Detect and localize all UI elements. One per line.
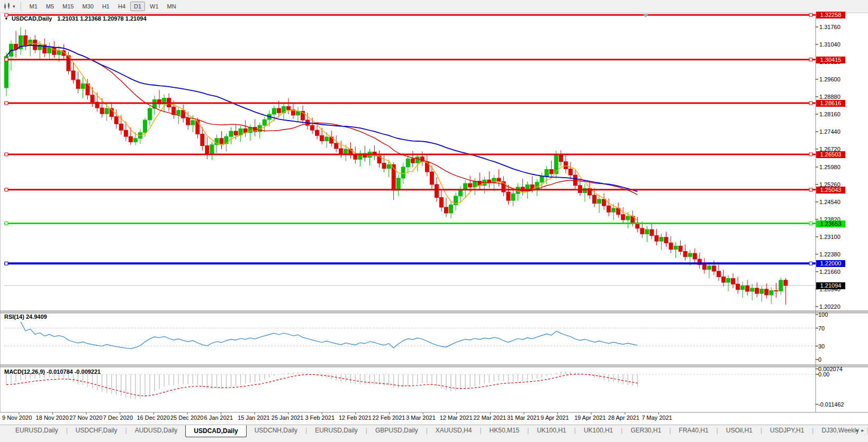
chart-tab-gbpusd-daily[interactable]: GBPUSD,Daily (367, 425, 426, 436)
macd-axis-label: 0.00 (818, 371, 829, 377)
macd-indicator-label: MACD(12,26,9) -0.010784 -0.009221 (4, 369, 101, 375)
macd-axis-label: -0.011462 (818, 401, 844, 408)
chart-tab-eurusd-daily[interactable]: EURUSD,Daily (307, 425, 366, 436)
chart-dropdown-icon[interactable]: ▼ (4, 16, 8, 21)
rsi-axis-label: 30 (818, 343, 825, 349)
chart-ohlc-values: 1.21031 1.21368 1.20978 1.21094 (57, 15, 146, 22)
chart-tab-eurusd-daily[interactable]: EURUSD,Daily (7, 425, 66, 436)
tab-scroll-arrows[interactable]: ◄► (854, 428, 867, 433)
price-tick-label: 1.24540 (819, 199, 840, 205)
price-badge-level: 1.23653 (816, 220, 845, 227)
rsi-axis-label: 70 (818, 325, 825, 332)
chart-tab-usdchf-daily[interactable]: USDCHF,Daily (68, 425, 125, 436)
price-badge-level: 1.28616 (816, 100, 845, 107)
chart-tab-hk50-m15[interactable]: HK50,M15 (482, 425, 528, 436)
rsi-axis-label: 0 (818, 356, 821, 363)
date-tick-label: 27 Nov 2020 (69, 415, 102, 421)
chart-tab-uk100-h1[interactable]: UK100,H1 (576, 425, 621, 436)
date-tick-label: 18 Nov 2020 (36, 415, 69, 421)
status-strip (0, 439, 868, 442)
date-tick-label: 22 Mar 2021 (473, 415, 506, 421)
chart-tab-usdcad-daily[interactable]: USDCAD,Daily (185, 425, 246, 437)
timeframe-button-M30[interactable]: M30 (79, 2, 97, 11)
date-tick-label: 25 Dec 2020 (170, 415, 203, 421)
main-chart-canvas[interactable] (0, 13, 868, 425)
price-tick-label: 1.22380 (819, 251, 840, 257)
chart-window: ▼ USDCAD,Daily 1.21031 1.21368 1.20978 1… (0, 13, 868, 425)
chart-tab-uk100-h1[interactable]: UK100,H1 (529, 425, 574, 436)
macd-signal-line (6, 374, 637, 396)
rsi-axis-label: 100 (818, 311, 828, 318)
date-tick-label: 7 Dec 2020 (103, 415, 133, 421)
price-tick-label: 1.31040 (819, 41, 840, 48)
chart-tab-usdcnh-daily[interactable]: USDCNH,Daily (247, 425, 305, 436)
price-badge-level: 1.25043 (816, 187, 845, 194)
date-tick-label: 12 Mar 2021 (440, 415, 473, 421)
tab-scroll-left-icon[interactable]: ◄ (854, 428, 861, 433)
date-tick-label: 3 Feb 2021 (305, 415, 334, 421)
chart-tab-usoil-h1[interactable]: USOil,H1 (718, 425, 761, 436)
chart-symbol-label: USDCAD,Daily (12, 15, 52, 22)
chart-tab-ger30-h1[interactable]: GER30,H1 (622, 425, 669, 436)
trading-platform-window: ▾ M1M5M15M30H1H4D1W1MN ▼ USDCAD,Daily 1.… (0, 0, 868, 442)
date-tick-label: 28 Apr 2021 (608, 415, 639, 421)
date-tick-label: 19 Apr 2021 (574, 415, 605, 421)
timeframe-button-D1[interactable]: D1 (130, 2, 145, 11)
toolbar-separator (21, 2, 21, 11)
candlestick-chart-icon (3, 2, 12, 11)
chart-tab-bar: EURUSD,Daily|USDCHF,Daily|AUDUSD,DailyUS… (0, 425, 868, 439)
timeframe-buttons-group: M1M5M15M30H1H4D1W1MN (25, 2, 180, 11)
chart-tab-usdjpy-h1[interactable]: USDJPY,H1 (762, 425, 812, 436)
rsi-line (21, 322, 637, 349)
date-tick-label: 3 Mar 2021 (406, 415, 436, 421)
date-tick-label: 16 Dec 2020 (137, 415, 169, 421)
price-badge-level: 1.30415 (816, 57, 845, 63)
price-tick-label: 1.20220 (819, 303, 840, 310)
date-tick-label: 9 Nov 2020 (2, 415, 32, 421)
chart-title: ▼ USDCAD,Daily 1.21031 1.21368 1.20978 1… (4, 15, 147, 22)
price-tick-label: 1.28880 (819, 94, 840, 100)
price-tick-label: 1.21660 (819, 269, 840, 275)
chart-tool-button[interactable]: ▾ (0, 2, 17, 11)
rsi-indicator-label: RSI(14) 24.9409 (4, 314, 47, 320)
price-tick-label: 1.31760 (819, 24, 840, 30)
date-tick-label: 22 Feb 2021 (373, 415, 405, 421)
timeframe-button-M5[interactable]: M5 (42, 2, 58, 11)
date-tick-label: 15 Jan 2021 (238, 415, 270, 421)
timeframe-button-M1[interactable]: M1 (26, 2, 41, 11)
price-badge-level: 1.26503 (816, 151, 845, 158)
price-tick-label: 1.23100 (819, 234, 840, 240)
price-badge-level: 1.32258 (816, 12, 845, 19)
date-tick-label: 12 Feb 2021 (339, 415, 372, 421)
timeframe-button-M15[interactable]: M15 (59, 2, 77, 11)
price-tick-label: 1.28160 (819, 111, 840, 117)
price-tick-label: 1.25980 (819, 164, 840, 170)
timeframe-toolbar: ▾ M1M5M15M30H1H4D1W1MN (0, 0, 868, 13)
date-tick-label: 25 Jan 2021 (272, 415, 304, 421)
timeframe-button-H4[interactable]: H4 (114, 2, 129, 11)
chart-tab-xauusd-h4[interactable]: XAUUSD,H4 (428, 425, 480, 436)
price-tick-label: 1.27440 (819, 128, 840, 135)
timeframe-button-W1[interactable]: W1 (146, 2, 162, 11)
date-tick-label: 31 Mar 2021 (507, 415, 540, 421)
dropdown-caret-icon: ▾ (13, 4, 15, 9)
chart-tab-audusd-daily[interactable]: AUDUSD,Daily (127, 425, 186, 436)
price-badge-current: 1.21094 (816, 282, 845, 289)
date-tick-label: 9 Apr 2021 (541, 415, 569, 421)
price-tick-label: 1.29600 (819, 76, 840, 82)
tabs-container: EURUSD,Daily|USDCHF,Daily|AUDUSD,DailyUS… (0, 425, 868, 437)
timeframe-button-MN[interactable]: MN (164, 2, 180, 11)
chart-tab-fra40-h1[interactable]: FRA40,H1 (671, 425, 717, 436)
ma-line-slow (6, 45, 637, 191)
date-tick-label: 7 May 2021 (641, 415, 672, 421)
date-tick-label: 6 Jan 2021 (204, 415, 233, 421)
ma-line-mid (6, 45, 637, 195)
tab-scroll-right-icon[interactable]: ► (861, 428, 867, 433)
timeframe-button-H1[interactable]: H1 (98, 2, 113, 11)
price-badge-level: 1.22000 (816, 260, 845, 267)
